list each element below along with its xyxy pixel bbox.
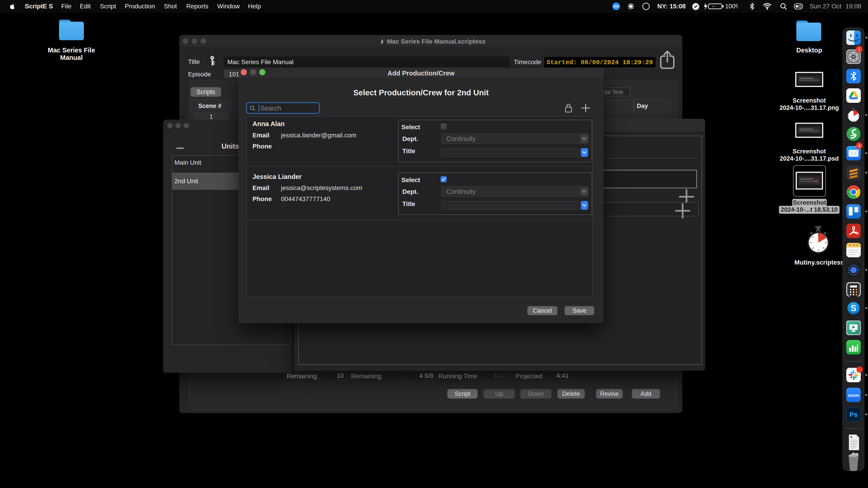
svg-text:Ps: Ps — [849, 411, 858, 418]
svg-text:100%: 100% — [725, 3, 738, 10]
svg-text:zoom: zoom — [848, 393, 859, 398]
svg-text:~: ~ — [712, 4, 715, 9]
svg-text:S: S — [850, 303, 856, 313]
